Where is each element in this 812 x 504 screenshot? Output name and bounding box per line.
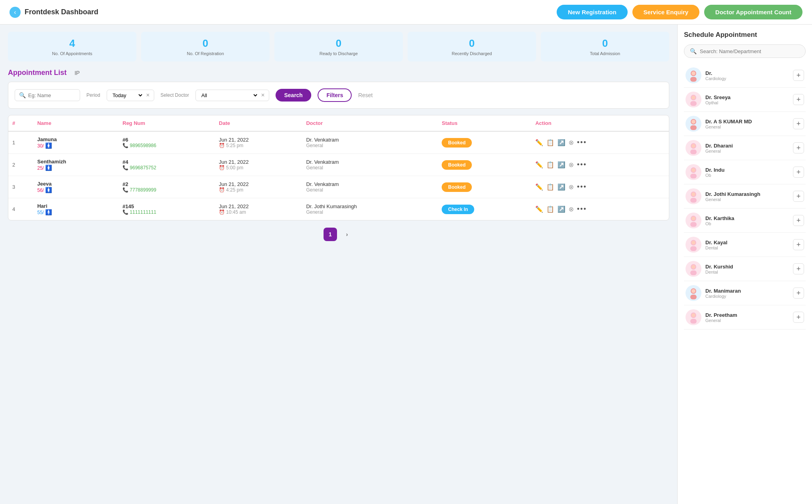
edit-icon[interactable]: ✏️ xyxy=(535,205,543,213)
status-badge: Booked xyxy=(442,182,472,192)
action-icons: ✏️ 📋 ↗️ ⊗ ••• xyxy=(535,161,665,169)
doctor-list-item: Dr. Cardiology + xyxy=(684,63,806,88)
doctor-clear-icon[interactable]: ✕ xyxy=(261,92,265,98)
action-icons: ✏️ 📋 ↗️ ⊗ ••• xyxy=(535,183,665,191)
add-appointment-button[interactable]: + xyxy=(793,215,804,226)
svg-rect-31 xyxy=(690,319,697,324)
doctor-list-name: Dr. A S KUMAR MD xyxy=(705,119,789,125)
row-number: 1 xyxy=(8,131,33,154)
stat-label: Total Admission xyxy=(545,51,665,56)
edit-icon[interactable]: ✏️ xyxy=(535,139,543,146)
svg-point-20 xyxy=(691,217,695,220)
col-doctor: Doctor xyxy=(302,115,438,131)
cancel-icon[interactable]: ⊗ xyxy=(569,139,574,146)
table-row: 4 Hari 55/ 🚹 #145 📞 1111111111 Jun 21, 2… xyxy=(8,198,669,220)
period-select[interactable]: Today Yesterday This Week xyxy=(111,92,144,99)
svg-point-29 xyxy=(691,289,695,293)
stat-card: 0Ready to Discharge xyxy=(274,32,403,61)
search-button[interactable]: Search xyxy=(276,89,312,102)
svg-rect-25 xyxy=(690,270,697,275)
schedule-search-input[interactable] xyxy=(700,48,800,54)
doctor-info: Dr. Karthika Ob xyxy=(705,215,789,226)
status-badge[interactable]: Check In xyxy=(442,205,474,214)
transfer-icon[interactable]: ↗️ xyxy=(557,205,565,213)
status-cell: Booked xyxy=(438,131,531,154)
transfer-icon[interactable]: ↗️ xyxy=(557,139,565,146)
stat-number: 0 xyxy=(145,37,266,50)
copy-icon[interactable]: 📋 xyxy=(546,161,554,169)
more-options-icon[interactable]: ••• xyxy=(577,161,587,169)
add-appointment-button[interactable]: + xyxy=(793,167,804,178)
doctor-speciality: General xyxy=(306,209,434,215)
edit-icon[interactable]: ✏️ xyxy=(535,161,543,169)
more-options-icon[interactable]: ••• xyxy=(577,205,587,213)
page-1-button[interactable]: 1 xyxy=(324,228,337,241)
patient-name: Jeeva xyxy=(37,181,115,187)
patient-name: Hari xyxy=(37,203,115,209)
period-select-wrap: Today Yesterday This Week ✕ xyxy=(107,90,154,101)
add-appointment-button[interactable]: + xyxy=(793,142,804,153)
filter-bar: 🔍 Period Today Yesterday This Week ✕ Sel… xyxy=(8,82,669,109)
doctor-list: Dr. Cardiology + Dr. Sreeya Opthal + Dr.… xyxy=(684,63,806,330)
doctor-list-spec: Opthal xyxy=(705,100,789,105)
table-header-row: # Name Reg Num Date Doctor Status Action xyxy=(8,115,669,131)
service-enquiry-button[interactable]: Service Enquiry xyxy=(632,5,699,19)
edit-icon[interactable]: ✏️ xyxy=(535,183,543,191)
doctor-list-spec: General xyxy=(705,318,789,323)
add-appointment-button[interactable]: + xyxy=(793,70,804,81)
svg-rect-7 xyxy=(690,125,697,130)
add-appointment-button[interactable]: + xyxy=(793,118,804,129)
doctor-speciality: General xyxy=(306,143,434,148)
stat-card: 0Total Admission xyxy=(541,32,669,61)
add-appointment-button[interactable]: + xyxy=(793,191,804,202)
stat-label: No. Of Appointments xyxy=(12,51,132,56)
add-appointment-button[interactable]: + xyxy=(793,312,804,323)
add-appointment-button[interactable]: + xyxy=(793,94,804,105)
transfer-icon[interactable]: ↗️ xyxy=(557,183,565,191)
doctor-speciality: General xyxy=(306,165,434,171)
col-reg: Reg Num xyxy=(119,115,215,131)
cancel-icon[interactable]: ⊗ xyxy=(569,183,574,191)
doctor-avatar xyxy=(686,213,701,228)
date-cell: Jun 21, 2022 ⏰ 5:25 pm xyxy=(215,131,302,154)
svg-rect-4 xyxy=(690,101,697,106)
phone-number: 📞 1111111111 xyxy=(123,209,211,215)
page-next-button[interactable]: › xyxy=(340,228,354,241)
doctor-list-name: Dr. Sreeya xyxy=(705,94,789,100)
back-icon[interactable]: ‹ xyxy=(10,7,21,18)
appointment-time: ⏰ 5:25 pm xyxy=(219,143,298,148)
reset-button[interactable]: Reset xyxy=(358,92,373,98)
doctor-avatar xyxy=(686,237,701,253)
new-registration-button[interactable]: New Registration xyxy=(557,5,628,19)
svg-rect-22 xyxy=(690,246,697,251)
appointment-tab-ip[interactable]: IP xyxy=(75,70,80,76)
copy-icon[interactable]: 📋 xyxy=(546,139,554,146)
cancel-icon[interactable]: ⊗ xyxy=(569,161,574,169)
more-options-icon[interactable]: ••• xyxy=(577,183,587,191)
col-num: # xyxy=(8,115,33,131)
doctor-list-spec: Dental xyxy=(705,270,789,274)
reg-cell: #145 📞 1111111111 xyxy=(119,198,215,220)
right-panel: Schedule Appointment 🔍 Dr. Cardiology + … xyxy=(677,25,812,504)
add-appointment-button[interactable]: + xyxy=(793,287,804,299)
name-search-input[interactable] xyxy=(28,92,76,98)
doctor-select[interactable]: All Dr. Venkatram Dr. Jothi Kumarasingh xyxy=(200,92,259,99)
transfer-icon[interactable]: ↗️ xyxy=(557,161,565,169)
copy-icon[interactable]: 📋 xyxy=(546,205,554,213)
svg-rect-13 xyxy=(690,174,697,178)
action-cell: ✏️ 📋 ↗️ ⊗ ••• xyxy=(531,176,669,198)
filters-button[interactable]: Filters xyxy=(318,88,352,102)
date-cell: Jun 21, 2022 ⏰ 4:25 pm xyxy=(215,176,302,198)
doctor-appointment-button[interactable]: Doctor Appointment Count xyxy=(704,5,802,19)
add-appointment-button[interactable]: + xyxy=(793,239,804,250)
reg-cell: #2 📞 7778899999 xyxy=(119,176,215,198)
add-appointment-button[interactable]: + xyxy=(793,263,804,274)
period-clear-icon[interactable]: ✕ xyxy=(146,92,150,98)
copy-icon[interactable]: 📋 xyxy=(546,183,554,191)
table-row: 3 Jeeva 56/ 🚺 #2 📞 7778899999 Jun 21, 20… xyxy=(8,176,669,198)
doctor-avatar xyxy=(686,140,701,156)
schedule-search-icon: 🔍 xyxy=(690,48,697,54)
cancel-icon[interactable]: ⊗ xyxy=(569,205,574,213)
more-options-icon[interactable]: ••• xyxy=(577,138,587,147)
col-status: Status xyxy=(438,115,531,131)
